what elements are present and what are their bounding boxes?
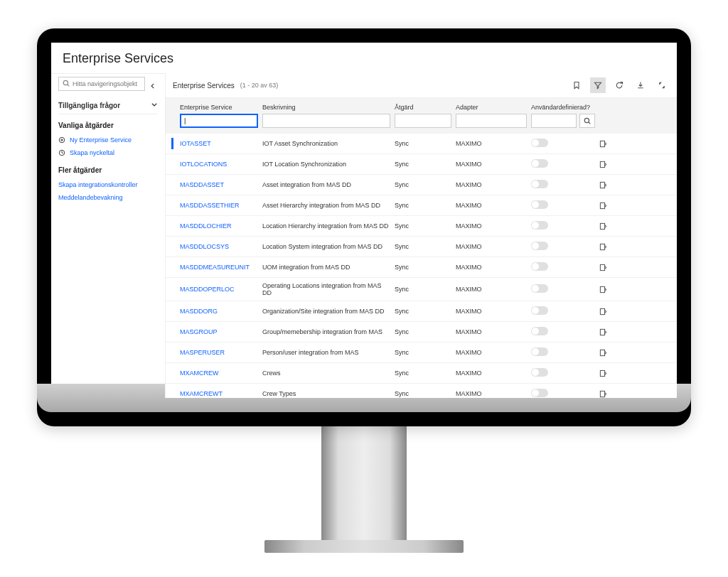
sidebar-item-label: Skapa nyckeltal [70,149,114,156]
sidebar-item-message-tracking[interactable]: Meddelandebevakning [58,191,158,204]
table-row[interactable]: IOTASSET IOT Asset Synchronization Sync … [166,134,677,154]
cell-action: Sync [395,161,451,168]
cell-service-link[interactable]: MASDDASSET [180,181,258,188]
svg-rect-11 [600,161,604,167]
cell-service-link[interactable]: MASDDLOCHIER [180,222,258,230]
cell-service-link[interactable]: MASDDMEASUREUNIT [180,264,258,271]
col-adapter[interactable]: Adapter [456,102,527,112]
filter-userdef-input[interactable] [531,114,577,128]
filter-search-button[interactable] [579,114,595,128]
userdef-toggle[interactable] [531,284,548,293]
table-row[interactable]: MXAMCREW Crews Sync MAXIMO [166,363,677,384]
userdef-toggle[interactable] [531,200,548,209]
userdef-toggle[interactable] [531,389,548,397]
row-detail-button[interactable] [599,222,621,230]
userdef-toggle[interactable] [531,262,548,271]
row-detail-button[interactable] [599,370,621,377]
userdef-toggle[interactable] [531,221,548,230]
cell-service-link[interactable]: IOTASSET [180,140,258,147]
col-service[interactable]: Enterprise Service [180,102,258,112]
table-row[interactable]: MASDDASSET Asset integration from MAS DD… [166,175,677,195]
userdef-toggle[interactable] [531,159,548,168]
row-detail-button[interactable] [599,264,621,271]
cell-service-link[interactable]: IOTLOCATIONS [180,161,258,168]
download-button[interactable] [633,77,648,93]
userdef-toggle[interactable] [531,368,548,377]
userdef-toggle[interactable] [531,347,548,356]
cell-action: Sync [395,202,451,209]
row-detail-button[interactable] [599,349,621,357]
userdef-toggle[interactable] [531,327,548,335]
userdef-toggle[interactable] [531,306,548,315]
filter-description-input[interactable] [262,114,390,128]
row-marker [171,347,173,358]
sidebar-item-label: Ny Enterprise Service [70,136,132,144]
refresh-button[interactable] [611,77,627,93]
table-row[interactable]: MASDDLOCSYS Location System integration … [166,237,677,257]
clock-icon [58,149,65,156]
userdef-toggle[interactable] [531,139,548,147]
cell-action: Sync [395,181,451,188]
cell-description: Person/user integration from MAS [262,349,390,356]
cell-action: Sync [395,349,451,356]
filter-button[interactable] [590,77,606,93]
filter-action-input[interactable] [395,114,451,128]
col-action[interactable]: Åtgärd [395,102,451,112]
table-row[interactable]: MXAMCREWT Crew Types Sync MAXIMO [166,384,677,398]
row-marker [171,138,173,149]
nav-search-input[interactable] [73,80,141,87]
sidebar-item-integration-controls[interactable]: Skapa integrationskontroller [58,178,158,191]
cell-action: Sync [395,328,451,335]
row-marker [171,261,173,273]
table-row[interactable]: MASDDMEASUREUNIT UOM integration from MA… [166,257,677,278]
cell-service-link[interactable]: MASDDLOCSYS [180,243,258,250]
row-marker [171,158,173,170]
nav-search[interactable] [58,77,145,91]
cell-service-link[interactable]: MASGROUP [180,328,258,335]
row-detail-button[interactable] [599,202,621,210]
cell-description: UOM integration from MAS DD [262,264,390,271]
cell-description: Location Hierarchy integration from MAS … [262,222,390,230]
cell-service-link[interactable]: MXAMCREWT [180,390,258,397]
row-detail-button[interactable] [599,161,621,168]
available-queries-dropdown[interactable]: Tillgängliga frågor [58,97,158,114]
svg-rect-17 [600,286,604,292]
table-row[interactable]: MASDDORG Organization/Site integration f… [166,301,677,322]
row-detail-button[interactable] [599,308,621,316]
col-userdef[interactable]: Användardefinierad? [531,102,595,112]
cell-service-link[interactable]: MASDDOPERLOC [180,286,258,293]
table-row[interactable]: MASPERUSER Person/user integration from … [166,343,677,363]
cell-service-link[interactable]: MASDDORG [180,308,258,315]
sidebar-item-label: Meddelandebevakning [58,194,123,201]
filter-adapter-input[interactable] [456,114,527,128]
col-description[interactable]: Beskrivning [262,102,390,112]
cell-service-link[interactable]: MXAMCREW [180,370,258,377]
table-row[interactable]: MASDDOPERLOC Operating Locations integra… [166,278,677,301]
table-row[interactable]: MASDDLOCHIER Location Hierarchy integrat… [166,216,677,237]
bookmark-button[interactable] [569,77,584,93]
collapse-sidebar-button[interactable] [148,82,158,91]
svg-rect-21 [600,370,604,376]
cell-service-link[interactable]: MASPERUSER [180,349,258,356]
collapse-button[interactable] [654,77,670,93]
userdef-toggle[interactable] [531,180,548,188]
page-title: Enterprise Services [51,43,677,73]
row-detail-button[interactable] [599,243,621,251]
row-detail-button[interactable] [599,286,621,293]
row-detail-button[interactable] [599,181,621,189]
table-row[interactable]: MASGROUP Group/memebership integration f… [166,322,677,343]
cell-description: Group/memebership integration from MAS [262,328,390,335]
table-row[interactable]: MASDDASSETHIER Asset Hierarchy integrati… [166,195,677,216]
svg-rect-18 [600,308,604,314]
sidebar-item-new-enterprise-service[interactable]: Ny Enterprise Service [58,134,158,146]
row-detail-button[interactable] [599,328,621,336]
sidebar-item-create-kpi[interactable]: Skapa nyckeltal [58,146,158,159]
filter-service-input[interactable] [180,114,258,128]
row-detail-button[interactable] [599,140,621,148]
table-row[interactable]: IOTLOCATIONS IOT Location Synchronizatio… [166,154,677,175]
cell-action: Sync [395,264,451,271]
row-detail-button[interactable] [599,390,621,398]
userdef-toggle[interactable] [531,242,548,250]
filter-row [166,114,677,134]
cell-service-link[interactable]: MASDDASSETHIER [180,202,258,209]
